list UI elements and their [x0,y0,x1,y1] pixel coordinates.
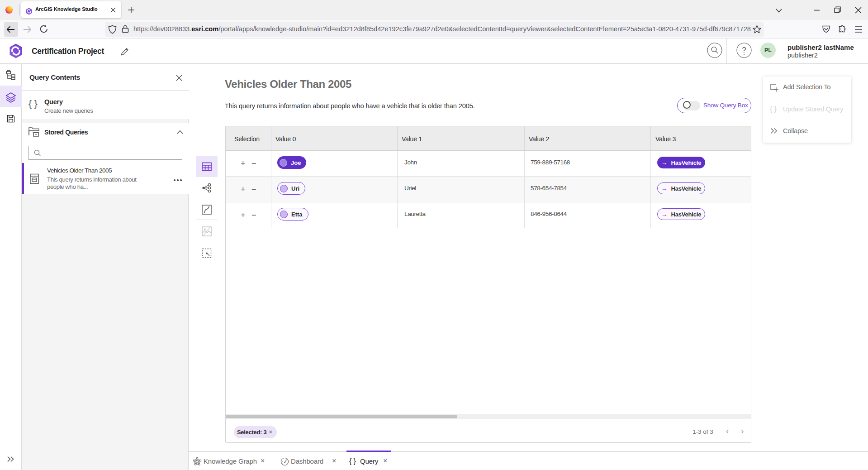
svg-text:?: ? [742,46,746,54]
